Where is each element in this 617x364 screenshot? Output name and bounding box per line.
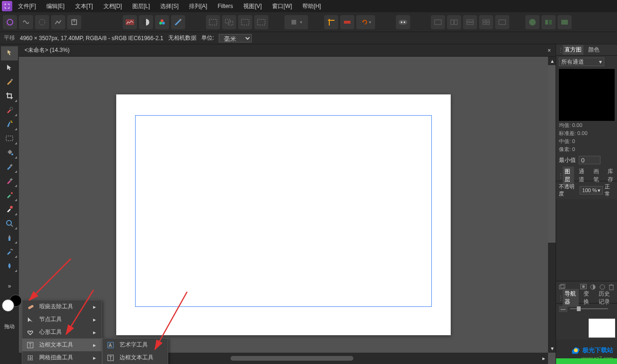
- auto-colors-button[interactable]: [155, 15, 169, 29]
- blur-tool[interactable]: [1, 259, 18, 273]
- persona-tone-button[interactable]: [51, 15, 65, 29]
- arrange-3-button[interactable]: [463, 15, 477, 29]
- view-mode-2-button[interactable]: [541, 15, 556, 29]
- text-frame[interactable]: [135, 115, 432, 307]
- drag-hint-label: 拖动: [4, 323, 15, 330]
- menu-document[interactable]: 文档[D]: [99, 0, 127, 12]
- opacity-value[interactable]: 100 %▾: [580, 186, 603, 195]
- marquee-tool[interactable]: [1, 131, 18, 145]
- dodge-tool[interactable]: [1, 202, 18, 216]
- color-picker-tool[interactable]: [1, 75, 18, 89]
- vertical-scrollbar[interactable]: ▴ ▾: [548, 57, 556, 353]
- svg-point-7: [162, 22, 165, 25]
- menu-help[interactable]: 帮助[H]: [298, 0, 326, 12]
- submenu-frame-text-tool[interactable]: T 边框文本工具: [103, 351, 173, 364]
- selection-add-button[interactable]: [222, 15, 236, 29]
- menu-layer[interactable]: 图层[L]: [128, 0, 154, 12]
- scroll-up-button[interactable]: ▴: [548, 57, 556, 65]
- retouch-tool[interactable]: [1, 230, 18, 245]
- auto-wb-button[interactable]: [171, 15, 185, 29]
- menu-edit[interactable]: 编辑[E]: [42, 0, 69, 12]
- unit-select[interactable]: 毫米: [219, 34, 252, 42]
- blend-mode-label[interactable]: 正常: [605, 183, 614, 197]
- menu-view[interactable]: 视图[V]: [239, 0, 266, 12]
- arrange-4-button[interactable]: [479, 15, 493, 29]
- nav-zoom-slider[interactable]: [570, 305, 608, 312]
- tab-histogram[interactable]: 直方图: [563, 45, 583, 55]
- mesh-icon: [26, 355, 34, 361]
- svg-rect-23: [454, 20, 457, 25]
- tool-overflow-button[interactable]: »: [1, 281, 18, 291]
- flyout-mesh-warp-tool[interactable]: 网格扭曲工具 ▸: [22, 351, 102, 364]
- auto-levels-button[interactable]: [123, 15, 137, 29]
- arrange-5-button[interactable]: [495, 15, 509, 29]
- stat-median: 中值: 0: [559, 138, 614, 145]
- flyout-node-tool[interactable]: 节点工具 ▸: [22, 313, 102, 326]
- menu-text[interactable]: 文本[T]: [70, 0, 98, 12]
- layers-list[interactable]: [556, 199, 617, 281]
- menu-select[interactable]: 选择[S]: [155, 0, 183, 12]
- watermark-url: www.xz7.com: [570, 356, 613, 361]
- arrange-1-button[interactable]: [431, 15, 445, 29]
- crop-tool[interactable]: [1, 89, 18, 103]
- selection-subtract-button[interactable]: [238, 15, 252, 29]
- scroll-down-button[interactable]: ▾: [548, 344, 556, 353]
- view-mode-1-button[interactable]: [525, 15, 540, 29]
- panel-grip-icon: ⋮⋮: [558, 47, 560, 53]
- erase-tool[interactable]: [1, 174, 18, 188]
- scroll-right-button[interactable]: ▸: [540, 354, 548, 363]
- tab-color[interactable]: 颜色: [586, 45, 601, 55]
- smudge-tool[interactable]: [1, 245, 18, 259]
- menu-window[interactable]: 窗口[W]: [267, 0, 297, 12]
- color-swatches[interactable]: [5, 296, 14, 312]
- flyout-inpainting-tool[interactable]: 瑕疵去除工具 ▸: [22, 300, 102, 313]
- toolbar: ▾ ▾: [0, 12, 617, 32]
- svg-rect-29: [487, 23, 489, 25]
- nav-zoom-out-icon[interactable]: —: [559, 306, 567, 312]
- flood-select-tool[interactable]: [1, 117, 18, 131]
- menu-file[interactable]: 文件[F]: [13, 0, 41, 12]
- view-mode-3-button[interactable]: [557, 15, 572, 29]
- channel-dropdown[interactable]: 所有通道▾: [559, 58, 604, 66]
- paint-brush-tool[interactable]: [1, 160, 18, 174]
- persona-export-button[interactable]: [67, 15, 81, 29]
- document-tab[interactable]: <未命名> (14.3%): [19, 44, 75, 56]
- svg-point-1: [39, 19, 45, 25]
- vertical-scroll-thumb[interactable]: [548, 65, 556, 243]
- document-tab-close[interactable]: ×: [543, 47, 556, 54]
- persona-develop-button[interactable]: [35, 15, 49, 29]
- menu-filters[interactable]: Filters: [213, 1, 238, 11]
- submenu-arrow-icon: ▸: [93, 329, 96, 336]
- flyout-heart-tool[interactable]: 心形工具 ▸: [22, 326, 102, 339]
- selection-new-button[interactable]: [206, 15, 220, 29]
- auto-contrast-button[interactable]: [139, 15, 153, 29]
- submenu-arrow-icon: ▸: [93, 342, 96, 348]
- watermark-logo-icon: [570, 345, 581, 356]
- canvas-page[interactable]: [116, 94, 451, 335]
- persona-photo-button[interactable]: [3, 15, 17, 29]
- persona-liquify-button[interactable]: [19, 15, 33, 29]
- fill-tool[interactable]: [1, 145, 18, 160]
- unit-label: 单位:: [201, 34, 214, 42]
- navigator-preview[interactable]: [589, 319, 615, 338]
- text-tool-submenu: A 艺术字工具 T 边框文本工具: [102, 338, 168, 364]
- flyout-frame-text-tool[interactable]: T 边框文本工具 ▸: [22, 339, 102, 351]
- crop-button[interactable]: [324, 15, 338, 29]
- assistant-button[interactable]: [396, 15, 410, 29]
- rotate-button[interactable]: ▾: [356, 15, 375, 29]
- min-value-input[interactable]: [579, 156, 600, 164]
- svg-point-31: [529, 19, 536, 25]
- svg-rect-16: [328, 20, 334, 21]
- red-button[interactable]: [340, 15, 354, 29]
- menu-arrange[interactable]: 排列[A]: [184, 0, 212, 12]
- arrange-2-button[interactable]: [447, 15, 461, 29]
- selection-intersect-button[interactable]: [254, 15, 268, 29]
- selection-brush-tool[interactable]: [1, 103, 18, 117]
- zoom-tool[interactable]: [1, 216, 18, 230]
- move-tool[interactable]: [1, 60, 18, 75]
- quick-mask-button[interactable]: ▾: [284, 15, 308, 29]
- horizontal-scroll-thumb[interactable]: [231, 356, 353, 361]
- submenu-artistic-text-tool[interactable]: A 艺术字工具: [103, 339, 173, 351]
- view-tool[interactable]: [1, 46, 18, 60]
- clone-tool[interactable]: [1, 188, 18, 202]
